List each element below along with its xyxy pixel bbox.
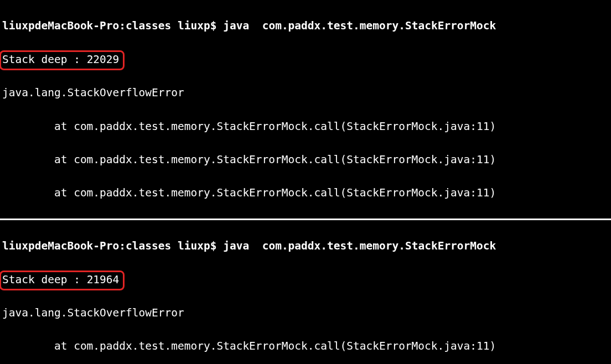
prompt-host: liuxpdeMacBook-Pro (2, 19, 119, 32)
stack-deep-line: Stack deep : 22029 (2, 51, 609, 68)
prompt-line[interactable]: liuxpdeMacBook-Pro:classes liuxp$ java c… (2, 18, 609, 34)
terminal-block-2: liuxpdeMacBook-Pro:classes liuxp$ java c… (0, 220, 611, 364)
prompt-host: liuxpdeMacBook-Pro (2, 240, 119, 252)
stack-trace-line: at com.paddx.test.memory.StackErrorMock.… (2, 338, 609, 355)
error-line: java.lang.StackOverflowError (2, 85, 609, 101)
prompt-user: liuxp$ (178, 19, 216, 32)
stack-trace-line: at com.paddx.test.memory.StackErrorMock.… (2, 152, 609, 168)
stack-deep-label: Stack deep : (2, 273, 87, 286)
stack-trace-line: at com.paddx.test.memory.StackErrorMock.… (2, 118, 609, 135)
error-line: java.lang.StackOverflowError (2, 305, 609, 321)
stack-trace-line: at com.paddx.test.memory.StackErrorMock.… (2, 185, 609, 201)
prompt-dir: classes (126, 240, 171, 252)
stack-deep-highlight: Stack deep : 22029 (2, 51, 119, 68)
prompt-dir: classes (126, 19, 171, 32)
command-text: java com.paddx.test.memory.StackErrorMoc… (223, 19, 496, 32)
prompt-line[interactable]: liuxpdeMacBook-Pro:classes liuxp$ java c… (2, 238, 609, 254)
stack-deep-line: Stack deep : 21964 (2, 272, 609, 288)
stack-deep-value: 21964 (87, 273, 120, 286)
stack-deep-value: 22029 (87, 53, 120, 66)
command-text: java com.paddx.test.memory.StackErrorMoc… (223, 240, 496, 252)
terminal-block-1: liuxpdeMacBook-Pro:classes liuxp$ java c… (0, 0, 611, 220)
prompt-user: liuxp$ (178, 240, 216, 252)
stack-deep-highlight: Stack deep : 21964 (2, 272, 119, 288)
stack-deep-label: Stack deep : (2, 53, 87, 66)
